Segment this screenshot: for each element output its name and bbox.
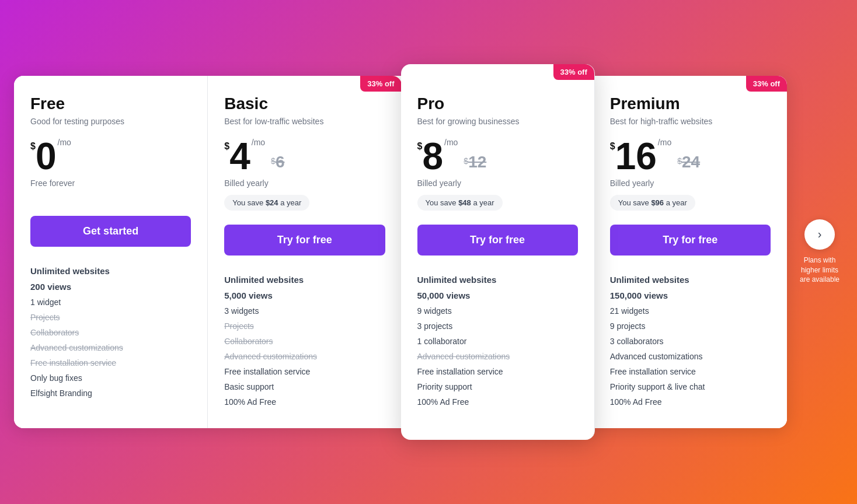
price-row-basic: $ 4 /mo $ 6 [224, 138, 385, 175]
price-original-basic: $ 6 [271, 154, 284, 170]
price-main-basic: $ 4 /mo [224, 138, 265, 175]
billing-text-pro: Billed yearly [417, 178, 578, 188]
cta-button-pro[interactable]: Try for free [417, 225, 578, 256]
feature-item-premium-8: 100% Ad Free [610, 394, 771, 410]
discount-badge-pro: 33% off [553, 64, 594, 80]
price-main-free: $ 0 /mo [30, 138, 71, 175]
price-row-premium: $ 16 /mo $ 24 [610, 138, 771, 175]
feature-item-premium-7: Priority support & live chat [610, 379, 771, 394]
plan-description-pro: Best for growing businesses [417, 117, 578, 126]
plan-name-pro: Pro [417, 94, 578, 113]
feature-item-pro-1: 50,000 views [417, 288, 578, 303]
plan-name-premium: Premium [610, 94, 771, 113]
feature-item-basic-6: Free installation service [224, 364, 385, 379]
free-forever-free: Free forever [30, 178, 191, 188]
feature-item-free-2: 1 widget [30, 295, 191, 310]
savings-badge-basic: You save $24 a year [224, 195, 309, 211]
plan-description-free: Good for testing purposes [30, 117, 191, 126]
price-currency-pro: $ [417, 141, 423, 152]
next-label: Plans with higher limits are available [796, 256, 843, 285]
feature-item-free-0: Unlimited websites [30, 263, 191, 279]
feature-item-premium-5: Advanced customizations [610, 349, 771, 364]
plan-card-free: FreeGood for testing purposes $ 0 /mo Fr… [14, 76, 208, 428]
feature-item-free-8: Elfsight Branding [30, 386, 191, 401]
feature-item-pro-5: Advanced customizations [417, 349, 578, 364]
plan-card-pro: 33% offProBest for growing businesses $ … [401, 64, 595, 440]
discount-badge-basic: 33% off [360, 76, 401, 92]
cta-button-basic[interactable]: Try for free [224, 225, 385, 256]
feature-item-free-4: Collaborators [30, 325, 191, 340]
plan-card-basic: 33% offBasicBest for low-traffic website… [208, 76, 402, 428]
feature-item-premium-1: 150,000 views [610, 288, 771, 303]
price-period-free: /mo [58, 138, 71, 147]
price-main-premium: $ 16 /mo [610, 138, 671, 175]
price-row-free: $ 0 /mo [30, 138, 191, 175]
price-main-pro: $ 8 /mo [417, 138, 458, 175]
feature-item-basic-0: Unlimited websites [224, 272, 385, 288]
features-list-pro: Unlimited websites50,000 views9 widgets3… [417, 272, 578, 410]
next-button-wrapper: › Plans with higher limits are available [796, 219, 843, 285]
feature-item-pro-7: Priority support [417, 379, 578, 394]
feature-item-free-7: Only bug fixes [30, 370, 191, 386]
feature-item-premium-4: 3 collaborators [610, 334, 771, 349]
price-currency-premium: $ [610, 141, 615, 152]
cta-button-premium[interactable]: Try for free [610, 225, 771, 256]
feature-item-free-5: Advanced customizations [30, 340, 191, 355]
feature-item-pro-0: Unlimited websites [417, 272, 578, 288]
price-currency-basic: $ [224, 141, 229, 152]
pricing-wrapper: FreeGood for testing purposes $ 0 /mo Fr… [14, 76, 843, 428]
cta-button-free[interactable]: Get started [30, 216, 191, 247]
features-list-premium: Unlimited websites150,000 views21 widget… [610, 272, 771, 410]
price-row-pro: $ 8 /mo $ 12 [417, 138, 578, 175]
feature-item-basic-3: Projects [224, 318, 385, 334]
feature-item-basic-8: 100% Ad Free [224, 394, 385, 410]
price-period-basic: /mo [252, 138, 265, 147]
plan-name-basic: Basic [224, 94, 385, 113]
feature-item-premium-2: 21 widgets [610, 303, 771, 318]
billing-text-basic: Billed yearly [224, 178, 385, 188]
price-number-premium: 16 [615, 138, 657, 175]
feature-item-premium-6: Free installation service [610, 364, 771, 379]
feature-item-basic-7: Basic support [224, 379, 385, 394]
price-original-premium: $ 24 [677, 154, 700, 170]
plan-name-free: Free [30, 94, 191, 113]
next-arrow-button[interactable]: › [804, 219, 835, 250]
feature-item-free-6: Free installation service [30, 355, 191, 370]
feature-item-free-3: Projects [30, 310, 191, 325]
feature-item-basic-2: 3 widgets [224, 303, 385, 318]
plan-card-premium: 33% offPremiumBest for high-traffic webs… [594, 76, 787, 428]
feature-item-pro-4: 1 collaborator [417, 334, 578, 349]
plan-description-premium: Best for high-traffic websites [610, 117, 771, 126]
feature-item-basic-1: 5,000 views [224, 288, 385, 303]
price-number-basic: 4 [229, 138, 250, 175]
price-original-pro: $ 12 [464, 154, 486, 170]
price-number-free: 0 [36, 138, 57, 175]
feature-item-free-1: 200 views [30, 279, 191, 295]
feature-item-pro-2: 9 widgets [417, 303, 578, 318]
feature-item-pro-3: 3 projects [417, 318, 578, 334]
price-currency-free: $ [30, 141, 36, 152]
features-list-free: Unlimited websites200 views1 widgetProje… [30, 263, 191, 401]
feature-item-basic-5: Advanced customizations [224, 349, 385, 364]
discount-badge-premium: 33% off [746, 76, 787, 92]
feature-item-premium-3: 9 projects [610, 318, 771, 334]
features-list-basic: Unlimited websites5,000 views3 widgetsPr… [224, 272, 385, 410]
price-number-pro: 8 [422, 138, 443, 175]
feature-item-basic-4: Collaborators [224, 334, 385, 349]
feature-item-pro-6: Free installation service [417, 364, 578, 379]
plan-description-basic: Best for low-traffic websites [224, 117, 385, 126]
feature-item-premium-0: Unlimited websites [610, 272, 771, 288]
price-period-premium: /mo [658, 138, 671, 147]
feature-item-pro-8: 100% Ad Free [417, 394, 578, 410]
savings-badge-pro: You save $48 a year [417, 195, 503, 211]
price-period-pro: /mo [444, 138, 458, 147]
savings-badge-premium: You save $96 a year [610, 195, 695, 211]
billing-text-premium: Billed yearly [610, 178, 771, 188]
plans-container: FreeGood for testing purposes $ 0 /mo Fr… [14, 76, 787, 428]
